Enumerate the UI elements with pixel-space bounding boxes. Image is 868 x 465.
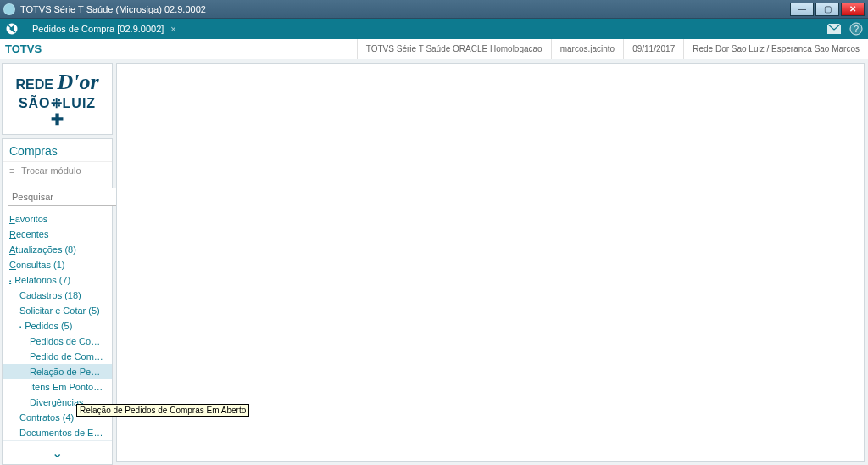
search-input[interactable]	[8, 188, 133, 206]
nav-relatorios[interactable]: Relatorios (7)	[3, 272, 112, 288]
nav-atualizacoes[interactable]: Atualizações (8)	[3, 242, 112, 257]
tab-strip: Pedidos de Compra [02.9.0002] × ?	[0, 19, 868, 39]
minimize-button[interactable]: —	[790, 3, 814, 16]
maximize-button[interactable]: ▢	[815, 3, 839, 16]
logo-panel: REDE D'or SÃO⁜LUIZ ✚	[2, 63, 113, 135]
env-label: TOTVS Série T Saúde ORACLE Homologacao	[357, 39, 551, 59]
brand-label: TOTVS	[5, 42, 42, 55]
nav-itens-ponto[interactable]: Itens Em Ponto de P...	[3, 379, 112, 395]
mail-icon[interactable]	[827, 22, 841, 36]
hamburger-icon	[9, 165, 18, 176]
content-area	[116, 63, 865, 462]
nav-relacao-pedidos[interactable]: Relação de Pedidos ...	[3, 364, 112, 379]
window-controls: — ▢ ✕	[790, 3, 865, 16]
chevron-down-icon: ⌄	[52, 445, 63, 460]
nav-favoritos[interactable]: Favoritos	[3, 211, 112, 227]
date-label: 09/11/2017	[623, 39, 683, 59]
org-label: Rede Dor Sao Luiz / Esperanca Sao Marcos	[683, 39, 868, 59]
info-bar: TOTVS TOTVS Série T Saúde ORACLE Homolog…	[0, 39, 868, 59]
nav-solicitar-cotar[interactable]: Solicitar e Cotar (5)	[3, 303, 112, 318]
tab-label: Pedidos de Compra [02.9.0002]	[32, 24, 164, 34]
tab-pedidos-compra[interactable]: Pedidos de Compra [02.9.0002] ×	[25, 19, 183, 39]
back-icon[interactable]	[5, 22, 19, 36]
nav-pedidos[interactable]: Pedidos (5)	[3, 318, 112, 333]
logo-line2: SÃO⁜LUIZ	[19, 96, 96, 110]
nav-pedido-compra-m[interactable]: Pedido de Compra M...	[3, 349, 112, 364]
logo-line1b: D'or	[57, 70, 98, 94]
nav-expand-toggle[interactable]: ⌄	[3, 440, 112, 464]
module-title: Compras	[3, 139, 112, 161]
tab-close-icon[interactable]: ×	[170, 24, 175, 34]
nav-documentos-entrada[interactable]: Documentos de Entrad...	[3, 425, 112, 440]
logo-cross-icon: ✚	[15, 111, 98, 130]
search-row	[3, 182, 112, 211]
close-button[interactable]: ✕	[841, 3, 865, 16]
window-title: TOTVS Série T Saúde (Microsiga) 02.9.000…	[20, 4, 206, 14]
user-label: marcos.jacinto	[551, 39, 623, 59]
app-icon	[3, 3, 15, 15]
help-icon[interactable]: ?	[849, 22, 863, 36]
nav-pedidos-compra[interactable]: Pedidos de Compra	[3, 333, 112, 349]
logo-line1a: REDE	[15, 77, 57, 92]
tooltip: Relação de Pedidos de Compras Em Aberto	[76, 404, 249, 417]
nav-cadastros[interactable]: Cadastros (18)	[3, 288, 112, 303]
window-titlebar: TOTVS Série T Saúde (Microsiga) 02.9.000…	[0, 0, 868, 19]
svg-text:?: ?	[854, 24, 859, 34]
module-switch-label: Trocar módulo	[21, 165, 81, 176]
nav-consultas[interactable]: Consultas (1)	[3, 257, 112, 272]
module-switch[interactable]: Trocar módulo	[3, 161, 112, 182]
nav-recentes[interactable]: Recentes	[3, 227, 112, 242]
